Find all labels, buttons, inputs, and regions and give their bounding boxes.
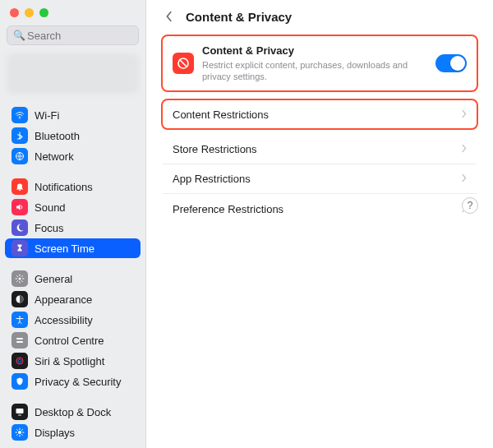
row-label: App Restrictions [173, 173, 251, 185]
bell-icon [12, 178, 28, 195]
sidebar-item-network[interactable]: Network [5, 146, 141, 166]
siri-icon [12, 353, 28, 369]
accessibility-icon [12, 312, 28, 328]
minimize-window-button[interactable] [25, 8, 34, 17]
displays-icon [12, 424, 28, 441]
sidebar-item-sound[interactable]: Sound [5, 197, 141, 217]
sidebar-item-focus[interactable]: Focus [5, 218, 141, 238]
chevron-right-icon [461, 143, 467, 155]
card-title: Content & Privacy [202, 44, 427, 58]
chevron-right-icon [461, 173, 467, 185]
sidebar-item-desktop-dock[interactable]: Desktop & Dock [5, 402, 141, 422]
sound-icon [12, 199, 28, 215]
page-title: Content & Privacy [186, 10, 292, 24]
hourglass-icon [12, 240, 28, 256]
row-label: Store Restrictions [173, 143, 257, 155]
help-button[interactable]: ? [462, 197, 478, 214]
sidebar-item-label: General [35, 273, 72, 285]
sidebar-item-privacy-security[interactable]: Privacy & Security [5, 372, 141, 391]
sidebar-item-label: Network [35, 150, 74, 163]
no-sign-icon [173, 53, 194, 74]
sidebar-item-label: Control Centre [35, 335, 104, 347]
focus-icon [12, 219, 28, 236]
sidebar-item-label: Sound [35, 201, 66, 214]
nav-separator [5, 259, 141, 269]
row-label: Preference Restrictions [173, 203, 283, 215]
sidebar-item-label: Desktop & Dock [35, 406, 111, 418]
sidebar-item-label: Screen Time [35, 242, 94, 255]
main-content: Content & Privacy Content & Privacy Rest… [146, 0, 493, 448]
sidebar-item-siri-spotlight[interactable]: Siri & Spotlight [5, 351, 141, 371]
sidebar-item-label: Bluetooth [35, 130, 80, 142]
sidebar-nav: Wi-FiBluetoothNetworkNotificationsSoundF… [0, 105, 145, 445]
close-window-button[interactable] [10, 8, 19, 17]
row-preference-restrictions[interactable]: Preference Restrictions [163, 194, 477, 224]
back-button[interactable] [161, 8, 177, 25]
network-icon [12, 148, 28, 164]
sidebar-item-displays[interactable]: Displays [5, 423, 141, 442]
chevron-right-icon [461, 109, 467, 121]
row-label: Content Restrictions [173, 109, 269, 121]
sidebar-item-label: Notifications [35, 181, 93, 193]
search-input[interactable] [7, 25, 139, 45]
settings-window: 🔍 Wi-FiBluetoothNetworkNotificationsSoun… [0, 0, 493, 448]
sidebar-item-notifications[interactable]: Notifications [5, 177, 141, 196]
sidebar: 🔍 Wi-FiBluetoothNetworkNotificationsSoun… [0, 0, 146, 448]
bluetooth-icon [12, 127, 28, 144]
sidebar-item-label: Siri & Spotlight [35, 355, 104, 367]
sidebar-item-appearance[interactable]: Appearance [5, 289, 141, 309]
desktop-icon [12, 404, 28, 420]
sidebar-item-label: Appearance [35, 293, 92, 306]
search-wrap: 🔍 [7, 25, 139, 45]
content-privacy-toggle[interactable] [435, 54, 467, 72]
window-controls [0, 0, 145, 24]
row-content-restrictions[interactable]: Content Restrictions [161, 99, 478, 130]
control-icon [12, 332, 28, 349]
chevron-left-icon [165, 11, 173, 22]
restrictions-list: Content RestrictionsStore RestrictionsAp… [161, 99, 478, 224]
sidebar-item-screen-time[interactable]: Screen Time [5, 238, 141, 258]
sidebar-item-label: Focus [35, 222, 63, 234]
privacy-icon [12, 373, 28, 390]
sidebar-item-accessibility[interactable]: Accessibility [5, 310, 141, 330]
row-store-restrictions[interactable]: Store Restrictions [163, 135, 477, 164]
card-description: Restrict explicit content, purchases, do… [202, 59, 427, 83]
wifi-icon [12, 107, 28, 123]
sidebar-item-label: Wi-Fi [35, 109, 59, 122]
gear-icon [12, 270, 28, 287]
sidebar-item-label: Privacy & Security [35, 376, 121, 388]
sidebar-item-general[interactable]: General [5, 269, 141, 289]
fullscreen-window-button[interactable] [39, 8, 48, 17]
account-profile[interactable] [7, 53, 139, 94]
sidebar-item-label: Accessibility [35, 314, 93, 326]
row-app-restrictions[interactable]: App Restrictions [163, 164, 477, 194]
nav-separator [5, 392, 141, 402]
appearance-icon [12, 291, 28, 307]
content-privacy-card: Content & Privacy Restrict explicit cont… [161, 35, 478, 92]
sidebar-item-control-centre[interactable]: Control Centre [5, 330, 141, 350]
search-icon: 🔍 [13, 30, 25, 41]
sidebar-item-wallpaper[interactable]: Wallpaper [5, 443, 141, 445]
sidebar-item-bluetooth[interactable]: Bluetooth [5, 126, 141, 145]
sidebar-item-label: Displays [35, 427, 75, 439]
nav-separator [5, 167, 141, 177]
sidebar-item-wi-fi[interactable]: Wi-Fi [5, 105, 141, 125]
header: Content & Privacy [161, 8, 478, 25]
